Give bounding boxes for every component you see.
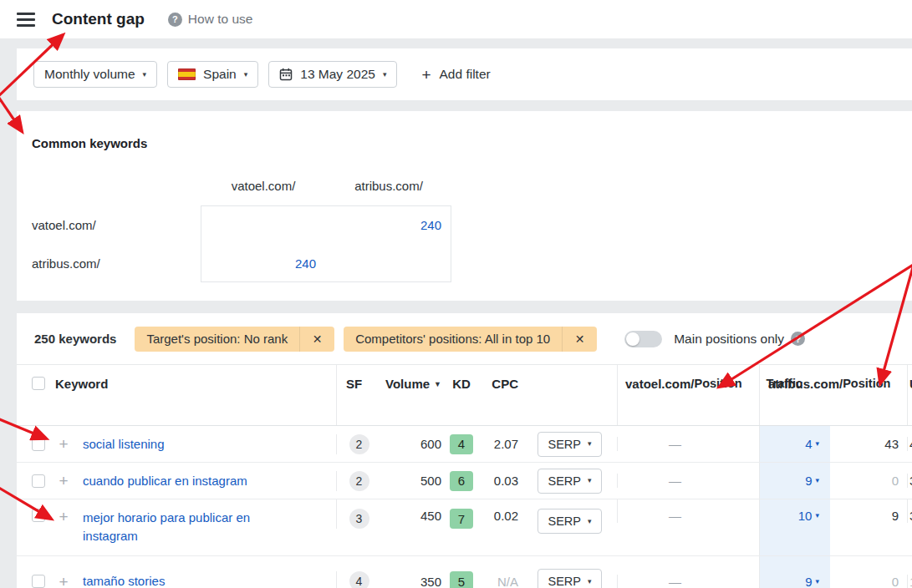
add-keyword-icon[interactable]: + [59,436,68,452]
filter-bar: Monthly volume ▾ Spain ▾ 13 May 2025 ▾ +… [17,48,912,100]
header-kd: KD [452,377,471,391]
filter-chip-target-position[interactable]: Target's position: No rank ✕ [135,327,334,352]
calendar-icon [279,68,293,81]
serp-label: SERP [548,474,581,488]
matrix-column-header: atribus.com/ [326,179,451,193]
keyword-link[interactable]: cuando publicar en instagram [83,472,247,490]
table-toolbar: 250 keywords Target's position: No rank … [17,313,912,365]
keyword-link[interactable]: social listening [83,435,165,454]
chevron-down-icon: ▾ [588,578,592,585]
header-sf: SF [346,377,362,391]
close-icon[interactable]: ✕ [299,327,334,352]
matrix-row-header: atribus.com/ [32,256,100,271]
position-value: 9 [805,474,812,488]
position-value: 9 [805,575,812,588]
clipped-next-column: U [907,365,912,425]
add-keyword-icon[interactable]: + [59,574,68,588]
serp-dropdown-button[interactable]: SERP▾ [538,432,601,457]
serp-label: SERP [548,575,581,588]
kd-badge: 5 [450,571,473,588]
chevron-down-icon: ▾ [588,518,592,525]
country-dropdown[interactable]: Spain ▾ [167,61,258,88]
how-to-use-link[interactable]: How to use [188,12,253,27]
toggle-knob [626,332,639,346]
matrix-column-header: vatoel.com/ [201,179,326,193]
volume-mode-label: Monthly volume [44,67,135,82]
keyword-link[interactable]: mejor horario para publicar en instagram [83,509,283,545]
keyword-count: 250 keywords [34,332,116,346]
serp-dropdown-button[interactable]: SERP▾ [538,469,601,494]
help-icon[interactable]: ? [791,332,805,346]
table-row: + mejor horario para publicar en instagr… [17,499,912,556]
spain-flag-icon [178,68,196,80]
sf-badge: 2 [349,434,369,454]
filter-chip-competitors-positions[interactable]: Competitors' positions: All in top 10 ✕ [344,327,597,352]
matrix-value-link[interactable]: 240 [201,256,316,271]
chevron-down-icon: ▾ [815,578,819,585]
competitor-position-link[interactable]: 9▾ [805,474,819,488]
chevron-down-icon: ▾ [815,477,819,484]
date-label: 13 May 2025 [300,67,375,82]
page-title: Content gap [52,10,145,28]
competitor-position-link[interactable]: 4▾ [805,437,819,451]
serp-dropdown-button[interactable]: SERP▾ [538,569,601,588]
clipped-next-column: 3 [907,499,912,523]
chevron-down-icon: ▾ [588,440,592,448]
menu-icon[interactable] [17,13,35,27]
cpc-value: N/A [497,575,518,588]
row-checkbox[interactable] [32,575,45,588]
filter-chip-label: Competitors' positions: All in top 10 [344,332,562,346]
sf-badge: 4 [349,571,369,588]
chevron-down-icon: ▾ [244,71,248,79]
target-position-value: — [669,575,681,588]
filter-chip-label: Target's position: No rank [135,332,299,346]
row-checkbox[interactable] [32,438,45,451]
cpc-value: 2.07 [494,437,518,451]
header-position: Position [695,377,767,390]
common-keywords-heading: Common keywords [32,136,147,150]
row-checkbox[interactable] [32,509,45,522]
target-position-value: — [669,474,681,488]
cpc-value: 0.02 [494,509,518,523]
matrix-value-link[interactable]: 240 [326,218,441,232]
add-filter-button[interactable]: + Add filter [421,67,490,83]
header-group-competitor-domain: atribus.com/ Position Traffic [759,365,907,425]
serp-dropdown-button[interactable]: SERP▾ [538,509,601,534]
header-volume-label: Volume [385,377,430,391]
clipped-next-column: 4 [907,437,912,451]
cpc-value: 0.03 [494,474,518,488]
header-keyword: Keyword [55,377,108,391]
date-dropdown[interactable]: 13 May 2025 ▾ [268,61,397,88]
keywords-table-card: 250 keywords Target's position: No rank … [17,313,912,588]
row-checkbox[interactable] [32,474,45,488]
header-volume-sort[interactable]: Volume ▼ [385,377,441,391]
serp-label: SERP [548,514,581,528]
common-keywords-card: Common keywords vatoel.com/ atribus.com/… [17,111,912,301]
keyword-link[interactable]: tamaño stories [83,572,165,588]
kd-badge: 6 [450,471,473,491]
chevron-down-icon: ▾ [383,71,387,79]
main-positions-toggle[interactable] [624,331,662,347]
add-keyword-icon[interactable]: + [59,509,68,525]
sort-desc-icon: ▼ [434,380,441,388]
chevron-down-icon: ▾ [143,71,147,79]
sf-badge: 2 [349,471,369,491]
select-all-checkbox[interactable] [32,377,45,390]
volume-mode-dropdown[interactable]: Monthly volume ▾ [33,61,157,88]
competitor-traffic-value: 0 [892,575,899,588]
competitor-position-link[interactable]: 10▾ [798,509,819,523]
header-cpc: CPC [492,377,518,391]
table-row: + social listening 2 600 4 2.07 SERP▾ — … [17,426,912,463]
help-icon[interactable]: ? [168,13,182,27]
kd-badge: 7 [450,509,473,529]
position-value: 4 [805,437,812,451]
clipped-next-column: 3 [907,474,912,488]
add-keyword-icon[interactable]: + [59,473,68,489]
kd-badge: 4 [450,434,473,454]
serp-label: SERP [548,438,581,451]
plus-icon: + [421,67,431,83]
table-header-row: Keyword SF Volume ▼ KD CPC vatoel.com/ P… [17,365,912,426]
close-icon[interactable]: ✕ [562,327,597,352]
competitor-position-link[interactable]: 9▾ [805,575,819,588]
main-positions-label: Main positions only [674,332,784,347]
